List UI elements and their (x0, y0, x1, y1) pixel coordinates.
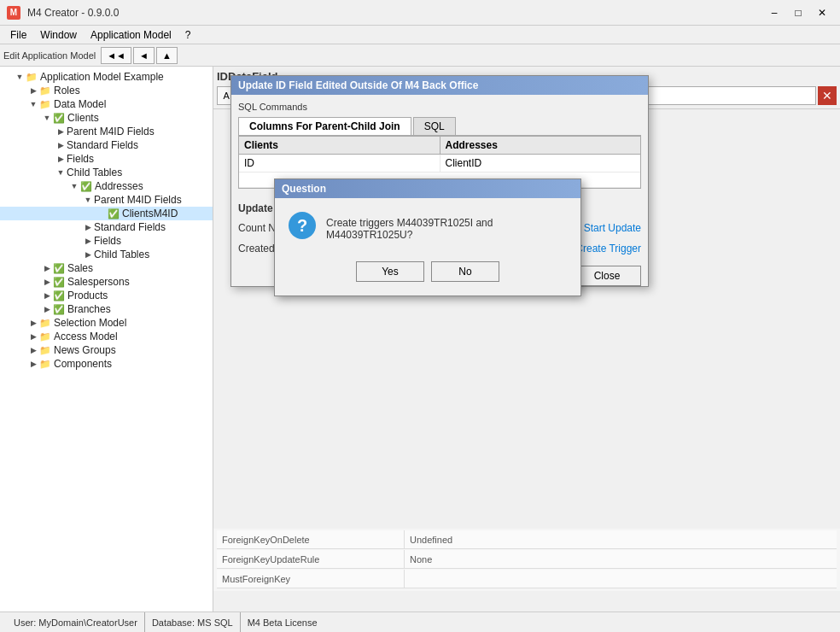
tab-sql[interactable]: SQL (413, 117, 456, 135)
question-text: Create triggers M44039TR1025I and M44039… (326, 212, 567, 241)
status-user: User: MyDomain\CreatorUser (7, 612, 145, 632)
tree-label: Addresses (95, 180, 143, 192)
grid-row-mustforeignkey: MustForeignKey (217, 570, 837, 588)
tree-item-clientsm4id[interactable]: ✅ ClientsM4ID (0, 207, 213, 220)
tree-item-data-model[interactable]: ▼ 📁 Data Model (0, 97, 213, 111)
toggle-clientsm4id[interactable] (96, 208, 108, 219)
grid-row-label: MustForeignKey (217, 570, 405, 588)
title-bar: M M4 Creator - 0.9.0.0 – □ ✕ (0, 0, 840, 26)
toggle-parent2[interactable]: ▼ (82, 194, 94, 206)
tree-item-child-tables[interactable]: ▼ Child Tables (0, 166, 213, 179)
check-icon: ✅ (53, 113, 65, 124)
tree-item-clients[interactable]: ▼ ✅ Clients (0, 111, 213, 125)
toggle-standard[interactable]: ▶ (55, 139, 67, 151)
tree-label: Products (67, 290, 108, 301)
toggle-child-tables[interactable]: ▼ (55, 167, 67, 178)
folder-icon: 📁 (26, 72, 38, 83)
toolbar-btn-up[interactable]: ▲ (156, 47, 178, 64)
tree-label: Parent M4ID Fields (94, 194, 182, 206)
create-trigger-link[interactable]: Create Trigger (575, 243, 641, 255)
tree-item-parent-m4id-fields-2[interactable]: ▼ Parent M4ID Fields (0, 193, 213, 207)
toggle-application-model[interactable]: ▼ (14, 71, 26, 83)
yes-button[interactable]: Yes (356, 261, 424, 282)
tree-label: Standard Fields (67, 139, 138, 151)
tree-item-fields[interactable]: ▶ Fields (0, 152, 213, 166)
tree-item-news-groups[interactable]: ▶ 📁 News Groups (0, 343, 213, 357)
folder-icon: 📁 (39, 85, 51, 97)
main-layout: ▼ 📁 Application Model Example ▶ 📁 Roles … (0, 67, 840, 612)
dialog-close-button[interactable]: Close (573, 266, 641, 286)
menu-application-model[interactable]: Application Model (84, 27, 178, 43)
check-icon: ✅ (80, 181, 92, 192)
folder-icon: 📁 (39, 331, 51, 342)
tree-label: News Groups (54, 344, 116, 356)
folder-icon: 📁 (39, 359, 51, 370)
tree-label: Roles (54, 85, 80, 97)
dialog-title-bar: Update ID Field Edited Outside Of M4 Bac… (231, 76, 648, 95)
no-button[interactable]: No (431, 261, 499, 282)
tree-item-standard-fields-2[interactable]: ▶ Standard Fields (0, 220, 213, 234)
nested-dialog-title: Question (275, 179, 580, 198)
menu-file[interactable]: File (3, 27, 33, 43)
tree-item-branches[interactable]: ▶ ✅ Branches (0, 302, 213, 316)
right-grid: ForeignKeyOnDelete Undefined ForeignKeyU… (213, 529, 840, 591)
menu-window[interactable]: Window (33, 27, 84, 43)
menu-bar: File Window Application Model ? (0, 26, 840, 44)
tree-item-selection-model[interactable]: ▶ 📁 Selection Model (0, 316, 213, 330)
tree-item-salespersons[interactable]: ▶ ✅ Salespersons (0, 275, 213, 289)
tree-item-access-model[interactable]: ▶ 📁 Access Model (0, 330, 213, 343)
tree-label: Fields (67, 153, 94, 165)
start-update-link[interactable]: Start Update (584, 222, 641, 234)
tree-item-addresses[interactable]: ▼ ✅ Addresses (0, 179, 213, 193)
maximize-button[interactable]: □ (787, 4, 809, 21)
tree-item-roles[interactable]: ▶ 📁 Roles (0, 84, 213, 97)
tree-item-child-tables-2[interactable]: ▶ Child Tables (0, 248, 213, 261)
tree-item-standard-fields[interactable]: ▶ Standard Fields (0, 138, 213, 152)
toolbar-btn-first[interactable]: ◄◄ (101, 47, 131, 64)
tab-columns-join[interactable]: Columns For Parent-Child Join (238, 117, 411, 135)
grid-row-value: Undefined (405, 535, 452, 545)
tree-item-components[interactable]: ▶ 📁 Components (0, 357, 213, 371)
tree-item-application-model[interactable]: ▼ 📁 Application Model Example (0, 70, 213, 84)
toggle-components[interactable]: ▶ (27, 358, 39, 370)
toggle-roles[interactable]: ▶ (27, 85, 39, 97)
tree-item-sales[interactable]: ▶ ✅ Sales (0, 261, 213, 275)
toggle-addresses[interactable]: ▼ (68, 180, 80, 192)
tree-label: Data Model (54, 98, 106, 110)
toggle-parent[interactable]: ▶ (55, 126, 67, 138)
status-database: Database: MS SQL (145, 612, 241, 632)
toggle-access-model[interactable]: ▶ (27, 331, 39, 342)
toggle-fields2[interactable]: ▶ (82, 235, 94, 247)
toggle-selection-model[interactable]: ▶ (27, 317, 39, 329)
toggle-news-groups[interactable]: ▶ (27, 344, 39, 356)
grid-row-label: ForeignKeyOnDelete (217, 530, 405, 548)
menu-help[interactable]: ? (178, 27, 198, 43)
join-cell-clientid: ClientID (440, 155, 641, 172)
toggle-sales[interactable]: ▶ (41, 262, 53, 274)
tree-label: Fields (94, 235, 121, 247)
toolbar-label: Edit Application Model (3, 50, 96, 61)
check-icon: ✅ (108, 208, 120, 219)
tree-label: Access Model (54, 331, 118, 342)
tree-label: Salespersons (67, 276, 130, 288)
sql-commands-label: SQL Commands (238, 102, 641, 112)
toggle-fields[interactable]: ▶ (55, 153, 67, 165)
toggle-standard2[interactable]: ▶ (82, 221, 94, 233)
toolbar-btn-prev[interactable]: ◄ (133, 47, 155, 64)
search-close-button[interactable]: ✕ (818, 86, 837, 105)
tree-item-parent-m4id-fields[interactable]: ▶ Parent M4ID Fields (0, 125, 213, 138)
tree-item-fields-2[interactable]: ▶ Fields (0, 234, 213, 248)
toggle-salespersons[interactable]: ▶ (41, 276, 53, 288)
toggle-products[interactable]: ▶ (41, 290, 53, 301)
toggle-branches[interactable]: ▶ (41, 303, 53, 315)
tree-label: ClientsM4ID (122, 208, 178, 219)
close-window-button[interactable]: ✕ (811, 4, 833, 21)
tree-label: Parent M4ID Fields (67, 126, 155, 138)
toggle-data-model[interactable]: ▼ (27, 98, 39, 110)
toggle-child-tables2[interactable]: ▶ (82, 249, 94, 260)
tree-item-products[interactable]: ▶ ✅ Products (0, 289, 213, 302)
toggle-clients[interactable]: ▼ (41, 112, 53, 124)
tree-label: Child Tables (94, 249, 149, 260)
minimize-button[interactable]: – (763, 4, 785, 21)
tree-label: Selection Model (54, 317, 126, 329)
